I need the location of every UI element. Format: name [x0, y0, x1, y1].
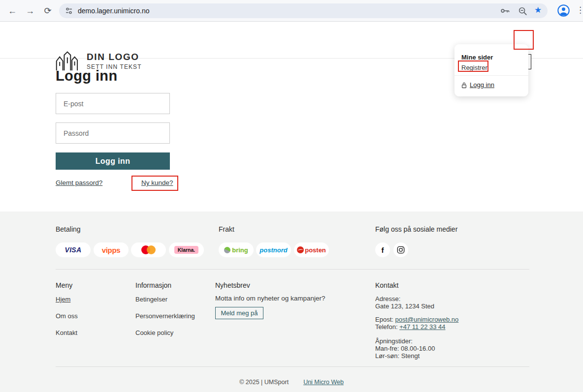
url-text: demo.lager.unimicro.no: [78, 3, 150, 18]
contact-hours-weekdays: Man-fre: 08.00-16.00: [375, 345, 435, 352]
info-link-betingelser[interactable]: Betingelser: [135, 296, 167, 303]
contact-hours-weekend: Lør-søn: Stengt: [375, 352, 420, 360]
information-title: Informasjon: [135, 281, 171, 289]
payment-vipps: vipps: [94, 242, 129, 257]
shipping-postnord: postnord: [256, 242, 291, 257]
contact-address-label: Adresse:: [375, 295, 400, 302]
menu-link-kontakt[interactable]: Kontakt: [56, 329, 77, 336]
credit-link[interactable]: Uni Micro Web: [303, 379, 344, 386]
shipping-bring: bring: [219, 242, 254, 257]
payment-klarna: Klarna.: [169, 242, 204, 257]
dropdown-login-label: Logg inn: [470, 81, 494, 89]
klarna-logo: Klarna.: [174, 246, 199, 254]
facebook-icon: f: [382, 246, 384, 254]
bookmark-star-icon[interactable]: ★: [534, 5, 542, 15]
zoom-out-icon[interactable]: [518, 6, 527, 16]
contact-phone-link[interactable]: +47 11 22 33 44: [399, 323, 445, 331]
posten-icon: [297, 246, 304, 253]
reload-icon[interactable]: ⟳: [41, 4, 54, 17]
address-bar[interactable]: demo.lager.unimicro.no ★: [59, 3, 548, 18]
email-field[interactable]: [56, 93, 170, 114]
shipping-title: Frakt: [219, 225, 234, 233]
contact-phone-line: Telefon: +47 11 22 33 44: [375, 323, 446, 331]
bring-logo: bring: [232, 246, 248, 254]
instagram-link[interactable]: [393, 242, 408, 257]
browser-toolbar: ← → ⟳ demo.lager.unimicro.no ★ ⋮: [0, 0, 583, 22]
vipps-logo: vipps: [102, 246, 121, 254]
contact-email-line: Epost: post@unimicroweb.no: [375, 316, 458, 323]
password-key-icon[interactable]: [500, 6, 510, 15]
instagram-icon: [397, 246, 405, 254]
account-dropdown: Mine sider Registrer Logg inn: [454, 44, 528, 96]
profile-icon[interactable]: [557, 4, 570, 17]
page-title: Logg inn: [56, 68, 118, 84]
menu-kebab-icon[interactable]: ⋮: [576, 5, 583, 15]
dropdown-title: Mine sider: [461, 54, 493, 61]
contact-title: Kontakt: [375, 281, 398, 289]
contact-email-link[interactable]: post@unimicroweb.no: [395, 316, 458, 323]
footer-divider-top: [56, 269, 529, 270]
info-link-cookie[interactable]: Cookie policy: [135, 329, 173, 336]
postnord-logo: postnord: [259, 246, 287, 254]
posten-logo: posten: [305, 246, 326, 254]
lock-icon: [461, 82, 467, 89]
menu-link-hjem[interactable]: Hjem: [56, 296, 70, 303]
site-settings-icon[interactable]: [65, 7, 72, 14]
payment-title: Betaling: [56, 225, 81, 233]
contact-hours-label: Åpningstider:: [375, 337, 413, 345]
back-icon[interactable]: ←: [6, 4, 19, 17]
facebook-link[interactable]: f: [375, 242, 390, 257]
payment-mastercard: [131, 242, 166, 257]
copyright-text: © 2025 | UMSport: [239, 379, 289, 386]
login-button[interactable]: Logg inn: [56, 152, 170, 170]
newsletter-text: Motta info om nyheter og kampanjer?: [215, 295, 325, 302]
register-link[interactable]: Registrer: [461, 64, 487, 71]
new-customer-link[interactable]: Ny kunde?: [141, 179, 173, 186]
dropdown-login-link[interactable]: Logg inn: [461, 81, 494, 89]
visa-logo: VISA: [65, 246, 82, 254]
shipping-posten: posten: [294, 242, 329, 257]
contact-address: Gate 123, 1234 Sted: [375, 302, 434, 310]
menu-link-om-oss[interactable]: Om oss: [56, 312, 78, 320]
forgot-password-link[interactable]: Glemt passord?: [56, 179, 102, 186]
social-title: Følg oss på sosiale medier: [375, 225, 457, 233]
payment-visa: VISA: [56, 242, 91, 257]
bring-icon: [224, 247, 230, 253]
forward-icon[interactable]: →: [24, 4, 36, 17]
footer-divider-bottom: [56, 366, 529, 367]
dropdown-divider: [454, 75, 528, 76]
info-link-personvern[interactable]: Personvernerklæring: [135, 312, 195, 320]
footer: Betaling VISA vipps Klarna. Frakt bring …: [0, 211, 583, 392]
password-field[interactable]: [56, 122, 170, 144]
logo-title: DIN LOGO: [87, 52, 142, 62]
newsletter-signup-button[interactable]: Meld meg på: [215, 307, 263, 319]
newsletter-title: Nyhetsbrev: [215, 281, 250, 289]
menu-title: Meny: [56, 281, 72, 289]
copyright-row: © 2025 | UMSport Uni Micro Web: [0, 379, 583, 386]
